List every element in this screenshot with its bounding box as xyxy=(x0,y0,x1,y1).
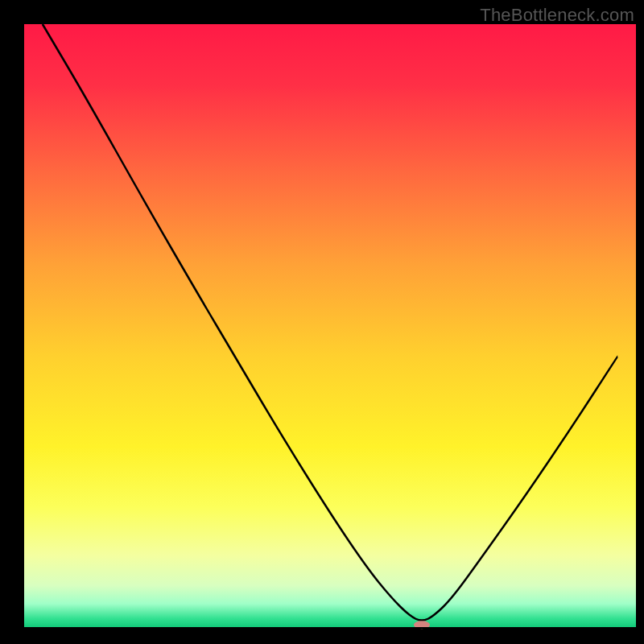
chart-svg xyxy=(0,0,644,644)
bottleneck-chart: TheBottleneck.com xyxy=(0,0,644,644)
watermark-text: TheBottleneck.com xyxy=(480,5,634,26)
plot-background xyxy=(24,24,636,628)
